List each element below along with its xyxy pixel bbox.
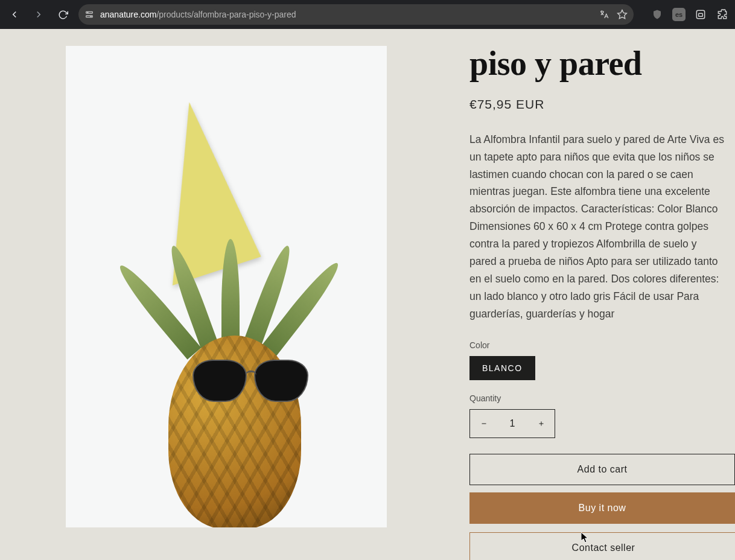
mouse-cursor-icon — [581, 532, 590, 543]
plus-icon — [538, 420, 545, 427]
browser-toolbar: ananature.com/products/alfombra-para-pis… — [0, 0, 735, 29]
product-page: piso y pared €75,95 EUR La Alfombra Infa… — [0, 29, 735, 560]
svg-rect-6 — [699, 13, 703, 16]
back-button[interactable] — [6, 6, 23, 23]
product-description: La Alfombra Infantil para suelo y pared … — [469, 131, 724, 323]
extensions-puzzle-icon[interactable] — [716, 8, 729, 21]
buy-now-button[interactable]: Buy it now — [469, 492, 735, 524]
forward-button[interactable] — [30, 6, 47, 23]
svg-marker-4 — [618, 10, 627, 19]
reload-button[interactable] — [54, 6, 71, 23]
url-domain: ananature.com — [100, 10, 156, 19]
bookmark-star-icon[interactable] — [617, 9, 628, 20]
product-main-image[interactable] — [66, 46, 387, 527]
extension-box-icon[interactable] — [694, 8, 707, 21]
translate-icon[interactable] — [599, 9, 609, 20]
quantity-stepper — [469, 409, 555, 438]
product-price: €75,95 EUR — [469, 97, 724, 112]
url-text: ananature.com/products/alfombra-para-pis… — [100, 10, 296, 19]
address-bar[interactable]: ananature.com/products/alfombra-para-pis… — [78, 4, 634, 25]
extension-badge-icon[interactable]: es — [672, 8, 686, 21]
svg-point-3 — [91, 16, 91, 17]
quantity-input[interactable] — [497, 410, 527, 438]
svg-rect-5 — [696, 10, 704, 18]
site-settings-icon[interactable] — [84, 10, 94, 19]
quantity-label: Quantity — [469, 393, 724, 403]
quantity-decrease-button[interactable] — [470, 410, 497, 438]
minus-icon — [480, 420, 488, 427]
product-gallery — [18, 46, 434, 560]
product-info: piso y pared €75,95 EUR La Alfombra Infa… — [434, 46, 724, 560]
variant-label: Color — [469, 340, 724, 350]
quantity-increase-button[interactable] — [527, 410, 555, 438]
extension-shield-icon[interactable] — [651, 8, 664, 21]
product-title: piso y pared — [469, 46, 724, 81]
contact-seller-button[interactable]: Contact seller — [469, 532, 735, 560]
add-to-cart-button[interactable]: Add to cart — [469, 454, 735, 485]
svg-point-2 — [88, 12, 88, 13]
color-option-blanco[interactable]: BLANCO — [469, 356, 535, 380]
url-path: /products/alfombra-para-piso-y-pared — [156, 10, 296, 19]
